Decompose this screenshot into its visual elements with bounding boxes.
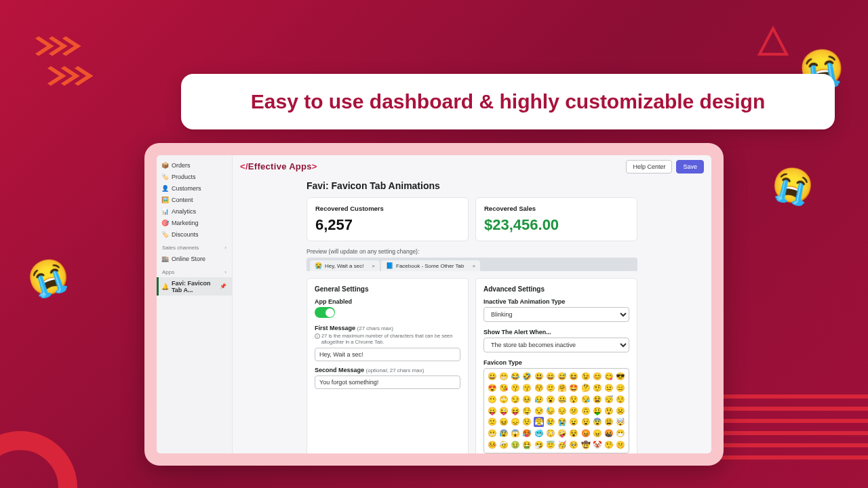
emoji-option[interactable]: 😍	[487, 383, 497, 393]
emoji-option[interactable]: 😞	[511, 417, 521, 427]
emoji-option[interactable]: 😤	[534, 417, 544, 427]
emoji-option[interactable]: 🥺	[569, 440, 579, 450]
emoji-option[interactable]: 😆	[569, 371, 579, 382]
emoji-option[interactable]: 😅	[557, 371, 568, 382]
emoji-option[interactable]: 😨	[592, 417, 602, 427]
emoji-option[interactable]: 😵	[569, 428, 579, 439]
emoji-option[interactable]: 🤐	[557, 394, 568, 405]
emoji-option[interactable]: 😧	[580, 417, 591, 427]
emoji-option[interactable]: 😗	[511, 383, 521, 393]
emoji-option[interactable]: 🤧	[534, 440, 544, 450]
emoji-option[interactable]: 😬	[487, 428, 497, 439]
emoji-option[interactable]: 😌	[616, 394, 626, 405]
emoji-option[interactable]: 😩	[604, 417, 614, 427]
sidebar-item-online-store[interactable]: 🏬Online Store	[157, 253, 232, 264]
emoji-option[interactable]: 😉	[580, 371, 591, 382]
emoji-option[interactable]: 🙂	[545, 383, 555, 393]
emoji-option[interactable]: 🥵	[522, 428, 532, 439]
emoji-option[interactable]: 😖	[498, 417, 509, 427]
emoji-option[interactable]: 🤠	[580, 440, 591, 450]
emoji-option[interactable]: 😱	[511, 428, 521, 439]
emoji-option[interactable]: 😫	[592, 394, 602, 405]
emoji-option[interactable]: 😀	[487, 371, 497, 382]
emoji-option[interactable]: 😋	[604, 371, 614, 382]
emoji-option[interactable]: 😐	[604, 383, 614, 393]
emoji-option[interactable]: 😳	[545, 428, 555, 439]
emoji-option[interactable]: 😥	[534, 394, 544, 405]
sidebar-item-products[interactable]: 🏷️Products	[157, 171, 232, 182]
sidebar-item-orders[interactable]: 📦Orders	[157, 159, 232, 171]
emoji-option[interactable]: 🤣	[522, 371, 532, 382]
emoji-option[interactable]: 🤬	[604, 428, 614, 439]
emoji-option[interactable]: 🤩	[569, 383, 579, 393]
emoji-option[interactable]: 😂	[511, 371, 521, 382]
emoji-option[interactable]: 😴	[604, 394, 614, 405]
emoji-option[interactable]: 😷	[616, 428, 626, 439]
emoji-option[interactable]: 😓	[545, 406, 555, 416]
emoji-option[interactable]: 😃	[534, 371, 544, 382]
emoji-option[interactable]: 😯	[569, 394, 579, 405]
emoji-option[interactable]: 😟	[522, 417, 532, 427]
emoji-option[interactable]: 😲	[604, 406, 614, 416]
emoji-option[interactable]: 😙	[522, 383, 532, 393]
emoji-option[interactable]: 😦	[569, 417, 579, 427]
emoji-option[interactable]: 😭	[557, 417, 568, 427]
emoji-option[interactable]: 😑	[616, 383, 626, 393]
emoji-option[interactable]: 🤡	[592, 440, 602, 450]
emoji-option[interactable]: 😠	[592, 428, 602, 439]
emoji-option[interactable]: 🤮	[522, 440, 532, 450]
emoji-option[interactable]: 😎	[616, 371, 626, 382]
emoji-option[interactable]: 😪	[580, 394, 591, 405]
emoji-option[interactable]: 😊	[592, 371, 602, 382]
sidebar-item-favi-favicon-tab-a-[interactable]: 🔔Favi: Favicon Tab A...📌	[157, 277, 232, 296]
emoji-option[interactable]: 😒	[534, 406, 544, 416]
emoji-option[interactable]: 😝	[511, 406, 521, 416]
emoji-option[interactable]: 😇	[545, 440, 555, 450]
emoji-option[interactable]: 😏	[511, 394, 521, 405]
emoji-option[interactable]: ☹️	[616, 406, 626, 416]
emoji-option[interactable]: 😔	[557, 406, 568, 416]
emoji-option[interactable]: 🙃	[580, 406, 591, 416]
emoji-option[interactable]: 🤨	[592, 383, 602, 393]
emoji-option[interactable]: 😶	[487, 394, 497, 405]
emoji-option[interactable]: 🙄	[498, 394, 509, 405]
emoji-option[interactable]: 🤔	[580, 383, 591, 393]
emoji-option[interactable]: 😘	[498, 383, 509, 393]
help-center-button[interactable]: Help Center	[626, 160, 672, 174]
emoji-option[interactable]: 🤪	[557, 428, 568, 439]
emoji-option[interactable]: 😚	[534, 383, 544, 393]
save-button[interactable]: Save	[676, 160, 704, 174]
emoji-option[interactable]: 😡	[580, 428, 591, 439]
show-alert-select[interactable]: The store tab becomes inactive	[484, 338, 629, 352]
sidebar-item-customers[interactable]: 👤Customers	[157, 182, 232, 194]
sidebar-item-analytics[interactable]: 📊Analytics	[157, 205, 232, 217]
emoji-option[interactable]: 😄	[545, 371, 555, 382]
emoji-option[interactable]: 🤒	[487, 440, 497, 450]
emoji-option[interactable]: 😜	[498, 406, 509, 416]
favicon-emoji-grid[interactable]: 😀😁😂🤣😃😄😅😆😉😊😋😎😍😘😗😙😚🙂🤗🤩🤔🤨😐😑😶🙄😏😣😥😮🤐😯😪😫😴😌😛😜😝🤤…	[484, 368, 629, 453]
sidebar-item-discounts[interactable]: 🏷️Discounts	[157, 228, 232, 240]
emoji-option[interactable]: 🤥	[604, 440, 614, 450]
emoji-option[interactable]: 😢	[545, 417, 555, 427]
emoji-option[interactable]: 🤢	[511, 440, 521, 450]
first-message-input[interactable]	[315, 348, 460, 361]
sidebar-item-marketing[interactable]: 🎯Marketing	[157, 217, 232, 228]
emoji-option[interactable]: 🤑	[592, 406, 602, 416]
emoji-option[interactable]: 😣	[522, 394, 532, 405]
emoji-option[interactable]: 😁	[498, 371, 509, 382]
emoji-option[interactable]: 🤫	[616, 440, 626, 450]
emoji-option[interactable]: 😛	[487, 406, 497, 416]
second-message-input[interactable]	[315, 375, 460, 389]
emoji-option[interactable]: 🤕	[498, 440, 509, 450]
emoji-option[interactable]: 🥳	[557, 440, 568, 450]
emoji-option[interactable]: 😮	[545, 394, 555, 405]
emoji-option[interactable]: 😰	[498, 428, 509, 439]
sidebar-item-content[interactable]: 🖼️Content	[157, 194, 232, 205]
emoji-option[interactable]: 🤤	[522, 406, 532, 416]
app-enabled-toggle[interactable]	[315, 307, 335, 318]
emoji-option[interactable]: 🙁	[487, 417, 497, 427]
emoji-option[interactable]: 😕	[569, 406, 579, 416]
emoji-option[interactable]: 🥶	[534, 428, 544, 439]
emoji-option[interactable]: 🤯	[616, 417, 626, 427]
animation-type-select[interactable]: Blinking	[484, 307, 629, 322]
